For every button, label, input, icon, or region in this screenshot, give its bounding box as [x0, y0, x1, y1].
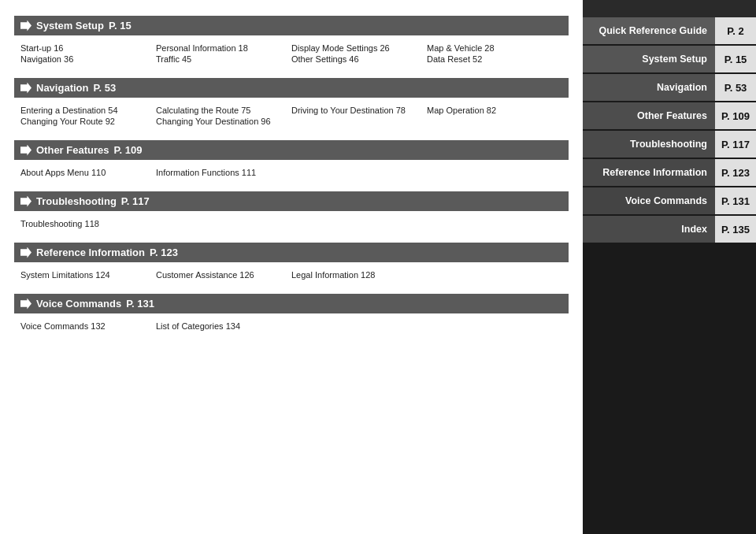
- sidebar-item-6[interactable]: Voice CommandsP. 131: [583, 187, 756, 214]
- section-header-5: Voice Commands P. 131: [14, 294, 569, 313]
- section-title: Reference Information: [36, 247, 145, 258]
- section-page-ref: P. 53: [93, 82, 116, 94]
- section-header-2: Other Features P. 109: [14, 140, 569, 160]
- section-title: Voice Commands: [36, 298, 121, 310]
- section-row: Start-up 16Personal Information 18Displa…: [20, 43, 562, 53]
- section-cell: Calculating the Route 75: [156, 106, 291, 115]
- sidebar-item-2[interactable]: NavigationP. 53: [583, 74, 756, 101]
- sidebar-item-page: P. 2: [715, 17, 756, 44]
- sidebar-item-0[interactable]: Quick Reference GuideP. 2: [583, 17, 756, 44]
- section-cell: [427, 219, 562, 228]
- section-title: Other Features: [36, 144, 109, 156]
- section-page-ref: P. 123: [150, 247, 178, 258]
- arrow-icon: [20, 145, 32, 156]
- section-row: Entering a Destination 54Calculating the…: [20, 106, 562, 115]
- section-header-0: System Setup P. 15: [14, 16, 569, 35]
- section-cell: [291, 117, 427, 126]
- sidebar-item-page: P. 135: [715, 216, 756, 243]
- section-cell: [427, 168, 562, 177]
- section-cell: List of Categories 134: [156, 321, 291, 331]
- section-title: System Setup: [36, 20, 104, 32]
- section-page-ref: P. 117: [121, 195, 150, 207]
- section-items-3: Troubleshooting 118: [14, 216, 569, 235]
- sidebar-item-page: P. 109: [715, 102, 756, 129]
- arrow-icon: [20, 20, 32, 32]
- sidebar-item-4[interactable]: TroubleshootingP. 117: [583, 131, 756, 158]
- section-title: Navigation: [36, 82, 88, 94]
- section-header-4: Reference Information P. 123: [14, 243, 569, 262]
- sidebar-item-label: Reference Information: [583, 159, 715, 186]
- sidebar-item-1[interactable]: System SetupP. 15: [583, 46, 756, 72]
- sidebar-item-5[interactable]: Reference InformationP. 123: [583, 159, 756, 186]
- section-cell: Start-up 16: [20, 43, 156, 53]
- section-cell: Changing Your Destination 96: [156, 117, 291, 126]
- section-row: System Limitations 124Customer Assistanc…: [20, 270, 562, 280]
- section-page-ref: P. 131: [126, 298, 154, 310]
- section-cell: Traffic 45: [156, 54, 291, 64]
- section-items-5: Voice Commands 132List of Categories 134: [14, 318, 569, 337]
- section-page-ref: P. 109: [113, 144, 142, 156]
- section-cell: System Limitations 124: [20, 270, 156, 280]
- sidebar-item-label: Index: [583, 216, 715, 243]
- section-cell: Map & Vehicle 28: [427, 43, 562, 53]
- arrow-icon: [20, 196, 32, 207]
- section-cell: Troubleshooting 118: [20, 219, 156, 228]
- section-items-1: Entering a Destination 54Calculating the…: [14, 102, 569, 132]
- section-items-0: Start-up 16Personal Information 18Displa…: [14, 40, 569, 70]
- section-items-2: About Apps Menu 110Information Functions…: [14, 165, 569, 184]
- section-row: Troubleshooting 118: [20, 219, 562, 228]
- sidebar-item-label: Navigation: [583, 74, 715, 101]
- sidebar-item-label: System Setup: [583, 46, 715, 72]
- section-header-3: Troubleshooting P. 117: [14, 191, 569, 211]
- section-cell: Customer Assistance 126: [156, 270, 291, 280]
- section-row: Navigation 36Traffic 45Other Settings 46…: [20, 54, 562, 64]
- sidebar-item-page: P. 131: [715, 187, 756, 214]
- sidebar-item-3[interactable]: Other FeaturesP. 109: [583, 102, 756, 129]
- section-title: Troubleshooting: [36, 195, 117, 207]
- section-cell: [156, 219, 291, 228]
- section-cell: About Apps Menu 110: [20, 168, 156, 177]
- section-cell: [427, 321, 562, 331]
- section-cell: Legal Information 128: [291, 270, 427, 280]
- sidebar-item-page: P. 123: [715, 159, 756, 186]
- sidebar-item-7[interactable]: IndexP. 135: [583, 216, 756, 243]
- section-cell: Map Operation 82: [427, 106, 562, 115]
- section-cell: Display Mode Settings 26: [291, 43, 427, 53]
- sidebar-item-label: Troubleshooting: [583, 131, 715, 158]
- section-cell: Voice Commands 132: [20, 321, 156, 331]
- section-cell: Personal Information 18: [156, 43, 291, 53]
- sidebar-item-page: P. 53: [715, 74, 756, 101]
- section-row: About Apps Menu 110Information Functions…: [20, 168, 562, 177]
- section-row: Voice Commands 132List of Categories 134: [20, 321, 562, 331]
- main-content: System Setup P. 15Start-up 16Personal In…: [0, 0, 583, 534]
- sidebar-item-page: P. 117: [715, 131, 756, 158]
- section-cell: Information Functions 111: [156, 168, 291, 177]
- section-cell: [291, 219, 427, 228]
- section-cell: Navigation 36: [20, 54, 156, 64]
- arrow-icon: [20, 299, 32, 310]
- sidebar-item-label: Quick Reference Guide: [583, 17, 715, 44]
- sidebar-item-label: Other Features: [583, 102, 715, 129]
- section-cell: [291, 168, 427, 177]
- section-cell: [427, 117, 562, 126]
- section-page-ref: P. 15: [109, 20, 132, 32]
- sidebar-item-page: P. 15: [715, 46, 756, 72]
- section-cell: Entering a Destination 54: [20, 106, 156, 115]
- section-cell: Data Reset 52: [427, 54, 562, 64]
- section-cell: Other Settings 46: [291, 54, 427, 64]
- section-cell: Changing Your Route 92: [20, 117, 156, 126]
- section-cell: [291, 321, 427, 331]
- arrow-icon: [20, 83, 32, 94]
- section-cell: [427, 270, 562, 280]
- section-header-1: Navigation P. 53: [14, 78, 569, 98]
- sidebar-title: [583, 0, 756, 17]
- sidebar: Quick Reference GuideP. 2System SetupP. …: [583, 0, 756, 534]
- sidebar-item-label: Voice Commands: [583, 187, 715, 214]
- arrow-icon: [20, 247, 32, 258]
- section-cell: Driving to Your Destination 78: [291, 106, 427, 115]
- section-items-4: System Limitations 124Customer Assistanc…: [14, 267, 569, 286]
- section-row: Changing Your Route 92Changing Your Dest…: [20, 117, 562, 126]
